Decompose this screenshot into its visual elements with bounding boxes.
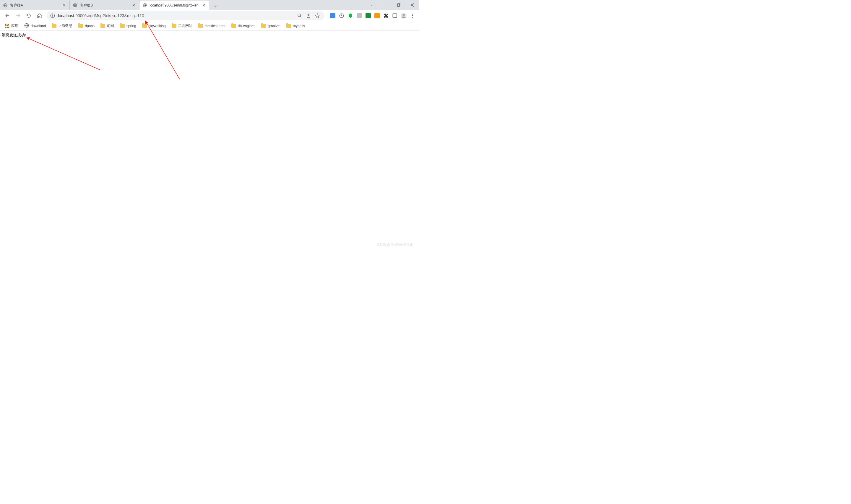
extension-icons bbox=[329, 12, 417, 20]
apps-shortcut[interactable]: 应用 bbox=[2, 22, 21, 30]
bookmark-folder[interactable]: dpaas bbox=[76, 23, 97, 29]
bookmark-folder[interactable]: mybatis bbox=[284, 23, 307, 29]
bookmark-folder[interactable]: 前端 bbox=[98, 22, 116, 30]
folder-icon bbox=[261, 24, 266, 28]
svg-rect-10 bbox=[397, 4, 399, 6]
bookmark-label: spring bbox=[126, 24, 136, 28]
folder-icon bbox=[52, 24, 56, 28]
bookmark-label: skywalking bbox=[149, 24, 166, 28]
globe-icon bbox=[24, 23, 29, 29]
bookmark-label: 工具网站 bbox=[178, 23, 192, 29]
folder-icon bbox=[101, 24, 105, 28]
bookmark-label: db-engines bbox=[238, 24, 255, 28]
tab-strip: 客户端A ✕ 客户端B ✕ localhost:9000/sendMsg?tok… bbox=[0, 0, 419, 10]
folder-icon bbox=[142, 24, 147, 28]
address-bar[interactable]: localhost:9000/sendMsg?token=123&msg=110 bbox=[47, 11, 324, 20]
folder-icon bbox=[198, 24, 203, 28]
bookmark-star-icon[interactable] bbox=[313, 12, 322, 20]
folder-icon bbox=[286, 24, 291, 28]
bookmark-folder[interactable]: 工具网站 bbox=[169, 22, 195, 30]
watermark-text: CSDN @只因为你而温柔 bbox=[377, 242, 413, 247]
puzzle-extension-icon[interactable] bbox=[382, 12, 390, 20]
svg-point-23 bbox=[402, 14, 404, 16]
minimize-button[interactable] bbox=[378, 0, 392, 10]
menu-icon[interactable] bbox=[409, 12, 417, 20]
search-icon[interactable] bbox=[295, 12, 304, 20]
close-window-button[interactable] bbox=[405, 0, 419, 10]
toolbar: localhost:9000/sendMsg?token=123&msg=110 bbox=[0, 10, 419, 21]
tab-title: localhost:9000/sendMsg?token bbox=[149, 3, 199, 7]
tab-client-a[interactable]: 客户端A ✕ bbox=[0, 1, 70, 10]
window-controls bbox=[367, 0, 419, 10]
bookmark-label: elasticsearch bbox=[205, 24, 225, 28]
panel-extension-icon[interactable] bbox=[391, 12, 399, 20]
maximize-button[interactable] bbox=[392, 0, 405, 10]
new-tab-button[interactable]: ＋ bbox=[211, 2, 219, 10]
svg-point-26 bbox=[412, 17, 413, 17]
folder-icon bbox=[231, 24, 236, 28]
folder-icon bbox=[120, 24, 125, 28]
svg-point-24 bbox=[412, 14, 413, 15]
svg-line-18 bbox=[300, 16, 302, 17]
tab-title: 客户端B bbox=[80, 3, 129, 8]
bookmark-folder[interactable]: spring bbox=[117, 23, 139, 29]
url-text: localhost:9000/sendMsg?token=123&msg=110 bbox=[58, 13, 144, 18]
bookmark-label: download bbox=[31, 24, 46, 28]
translate-extension-icon[interactable] bbox=[329, 12, 337, 20]
folder-icon bbox=[172, 24, 176, 28]
bookmark-label: dpaas bbox=[85, 24, 94, 28]
chevron-down-icon[interactable] bbox=[367, 0, 376, 10]
svg-point-25 bbox=[412, 15, 413, 16]
bookmark-label: graalvm bbox=[268, 24, 280, 28]
globe-icon bbox=[142, 3, 147, 8]
bookmark-download[interactable]: download bbox=[22, 22, 48, 30]
shield-extension-icon[interactable] bbox=[346, 12, 355, 20]
home-button[interactable] bbox=[34, 11, 44, 20]
close-icon[interactable]: ✕ bbox=[201, 3, 206, 8]
svg-rect-11 bbox=[398, 3, 400, 6]
bookmark-folder[interactable]: skywalking bbox=[140, 23, 168, 29]
svg-line-30 bbox=[26, 37, 101, 70]
omnibox-actions bbox=[295, 12, 322, 20]
apps-label: 应用 bbox=[11, 23, 18, 29]
forward-button[interactable] bbox=[13, 11, 23, 20]
close-icon[interactable]: ✕ bbox=[62, 3, 67, 8]
bookmark-label: mybatis bbox=[293, 24, 305, 28]
globe-icon bbox=[3, 3, 8, 8]
close-icon[interactable]: ✕ bbox=[131, 3, 136, 8]
reload-button[interactable] bbox=[24, 11, 34, 20]
page-content: 消息发送成功! bbox=[0, 31, 419, 40]
globe-icon bbox=[73, 3, 77, 8]
bookmarks-bar: 应用 download 上海数慧 dpaas 前端 spring skywalk… bbox=[0, 21, 419, 31]
bookmark-folder[interactable]: db-engines bbox=[229, 23, 258, 29]
tab-sendmsg[interactable]: localhost:9000/sendMsg?token ✕ bbox=[140, 1, 209, 10]
tab-client-b[interactable]: 客户端B ✕ bbox=[70, 1, 140, 10]
orange-extension-icon[interactable] bbox=[373, 12, 381, 20]
response-body-text: 消息发送成功! bbox=[2, 33, 26, 37]
green-extension-icon[interactable] bbox=[364, 12, 372, 20]
bookmark-label: 前端 bbox=[107, 23, 114, 29]
bookmark-folder[interactable]: graalvm bbox=[259, 23, 283, 29]
tab-title: 客户端A bbox=[10, 3, 59, 8]
back-button[interactable] bbox=[2, 11, 13, 20]
bookmark-folder[interactable]: elasticsearch bbox=[196, 23, 228, 29]
folder-icon bbox=[78, 24, 83, 28]
clock-extension-icon[interactable] bbox=[338, 12, 346, 20]
bookmark-folder[interactable]: 上海数慧 bbox=[49, 22, 75, 30]
profile-avatar-icon[interactable] bbox=[399, 12, 408, 20]
bookmark-label: 上海数慧 bbox=[58, 23, 72, 29]
gray-extension-icon[interactable] bbox=[355, 12, 363, 20]
site-info-icon[interactable] bbox=[50, 13, 56, 19]
svg-point-17 bbox=[298, 14, 301, 17]
apps-grid-icon bbox=[5, 24, 10, 29]
share-icon[interactable] bbox=[304, 12, 313, 20]
